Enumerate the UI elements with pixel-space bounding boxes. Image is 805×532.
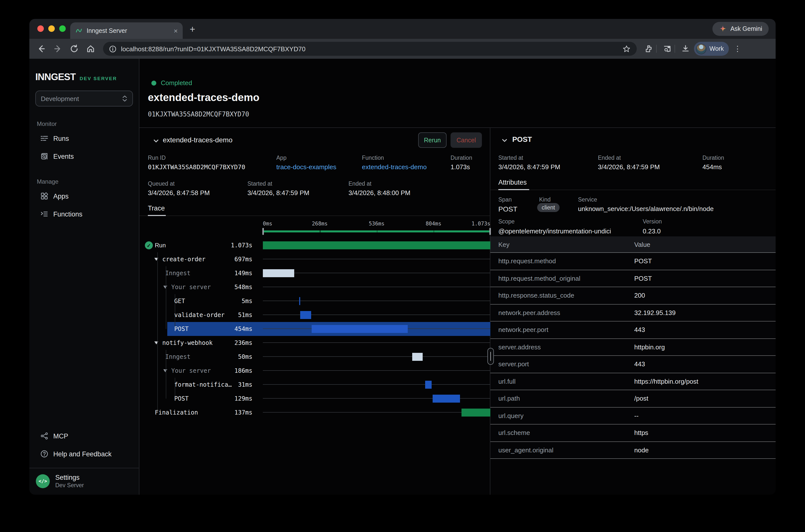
attribute-row[interactable]: http.request.methodPOST [490, 253, 775, 270]
span-bar[interactable] [263, 269, 295, 277]
trace-row[interactable]: Your server548ms [139, 280, 490, 294]
traffic-lights[interactable] [37, 25, 66, 32]
trace-row[interactable]: Your server186ms [139, 364, 490, 378]
attributes-table-header: Key Value [490, 236, 775, 253]
attribute-row[interactable]: network.peer.address32.192.95.139 [490, 304, 775, 322]
function-link[interactable]: extended-traces-demo [362, 163, 427, 171]
back-icon[interactable] [37, 44, 46, 53]
sidebar-item-help[interactable]: Help and Feedback [30, 445, 139, 463]
zoom-window-button[interactable] [59, 25, 66, 32]
sidebar-item-apps[interactable]: Apps [30, 187, 139, 205]
trace-row[interactable]: ✓Run1.073s [139, 239, 490, 252]
trace-row[interactable]: GET5ms [139, 294, 490, 308]
service-value: unknown_service:/Users/alawrence/.n/bin/… [578, 205, 714, 212]
collapse-caret-icon[interactable] [163, 369, 167, 372]
span-bar[interactable] [299, 297, 300, 305]
collapse-caret-icon[interactable] [163, 286, 167, 289]
span-bar[interactable] [432, 395, 460, 403]
extensions-icon[interactable] [644, 44, 653, 53]
attribute-key: url.full [490, 378, 634, 385]
bookmark-star-icon[interactable] [622, 44, 631, 53]
sidebar-item-mcp[interactable]: MCP [30, 427, 139, 445]
span-label: GET [174, 298, 185, 305]
sidebar-item-label: Events [53, 153, 74, 160]
trace-row[interactable]: POST129ms [139, 392, 490, 405]
app-link[interactable]: trace-docs-examples [276, 163, 336, 171]
run-id: 01KJXTWA35SA8D2MCQF7BXYD70 [148, 111, 249, 118]
home-icon[interactable] [86, 44, 95, 53]
span-bar[interactable] [412, 353, 423, 361]
attribute-row[interactable]: http.response.status_code200 [490, 287, 775, 304]
span-bar[interactable] [312, 325, 408, 333]
span-duration: 51ms [204, 311, 252, 319]
tab-close-icon[interactable]: × [174, 27, 178, 34]
new-tab-button[interactable]: + [190, 24, 195, 35]
rerun-button[interactable]: Rerun [418, 132, 447, 148]
panel-resize-handle[interactable] [487, 348, 494, 365]
timeline-minimap[interactable] [263, 230, 490, 232]
trace-row[interactable]: notify-webhook236ms [139, 336, 490, 350]
span-panel: POST Started at 3/4/2026, 8:47:59 PM End… [490, 128, 775, 495]
attribute-row[interactable]: url.schemehttps [490, 424, 775, 442]
collapse-chevron-icon[interactable] [501, 137, 508, 144]
browser-window: Inngest Server × + Ask Gemini [30, 19, 775, 495]
attribute-row[interactable]: network.peer.port443 [490, 322, 775, 339]
tab-attributes[interactable]: Attributes [498, 179, 527, 186]
span-bar[interactable] [425, 381, 432, 389]
download-icon[interactable] [681, 44, 690, 53]
sidebar: INNGEST DEV SERVER Development Monitor R… [30, 59, 139, 495]
sidebar-item-runs[interactable]: Runs [30, 129, 139, 147]
cancel-button[interactable]: Cancel [451, 132, 482, 148]
trace-row[interactable]: Inngest149ms [139, 266, 490, 280]
attribute-row[interactable]: http.request.method_originalPOST [490, 270, 775, 287]
collapse-chevron-icon[interactable] [153, 138, 159, 144]
attribute-row[interactable]: server.port443 [490, 356, 775, 373]
screenshot-stage: Inngest Server × + Ask Gemini [0, 0, 805, 532]
minimize-window-button[interactable] [48, 25, 55, 32]
meta-started: Started at 3/4/2026, 8:47:59 PM [247, 180, 310, 196]
url-bar[interactable]: localhost:8288/run?runID=01KJXTWA35SA8D2… [103, 42, 637, 56]
trace-row[interactable]: format-notifica…31ms [139, 378, 490, 392]
environment-select[interactable]: Development [35, 91, 133, 107]
attribute-row[interactable]: user_agent.originalnode [490, 442, 775, 459]
span-duration: 236ms [204, 339, 252, 346]
attribute-row[interactable]: server.addresshttpbin.org [490, 339, 775, 356]
meta-ended: Ended at 3/4/2026, 8:48:00 PM [349, 180, 410, 196]
help-icon [40, 450, 48, 458]
trace-row[interactable]: validate-order51ms [139, 308, 490, 322]
mcp-share-icon [40, 432, 48, 440]
attribute-key: network.peer.address [490, 309, 634, 317]
site-info-icon[interactable] [109, 45, 116, 53]
tab-trace[interactable]: Trace [148, 205, 165, 212]
span-bar[interactable] [461, 408, 490, 417]
span-bar[interactable] [263, 241, 490, 249]
reload-icon[interactable] [70, 44, 79, 53]
minimap-handle-left[interactable] [262, 228, 264, 235]
sidebar-item-settings[interactable]: </> Settings Dev Server [30, 468, 139, 495]
browser-menu-icon[interactable]: ⋮ [734, 44, 741, 53]
trace-panel-title[interactable]: extended-traces-demo [163, 136, 232, 144]
span-title: POST [512, 135, 532, 143]
sidebar-item-events[interactable]: Events [30, 147, 139, 165]
trace-row[interactable]: POST454ms [139, 322, 490, 336]
attribute-row[interactable]: url.fullhttps://httpbin.org/post [490, 373, 775, 390]
profile-chip[interactable]: Work [694, 42, 729, 56]
attribute-row[interactable]: url.query-- [490, 407, 775, 424]
sidebar-item-functions[interactable]: Functions [30, 205, 139, 223]
span-duration: 697ms [204, 256, 252, 263]
span-bar[interactable] [300, 311, 311, 319]
select-chevrons-icon [122, 95, 128, 102]
url-text: localhost:8288/run?runID=01KJXTWA35SA8D2… [121, 45, 618, 53]
ask-gemini-button[interactable]: Ask Gemini [712, 22, 769, 36]
apps-icon [40, 192, 48, 200]
trace-row[interactable]: Inngest50ms [139, 350, 490, 364]
status-dot-icon [151, 80, 156, 86]
attribute-row[interactable]: url.path/post [490, 390, 775, 407]
search-tabs-icon[interactable] [662, 44, 672, 53]
close-window-button[interactable] [37, 25, 44, 32]
trace-row[interactable]: Finalization137ms [139, 405, 490, 420]
forward-icon[interactable] [53, 44, 62, 53]
trace-row[interactable]: create-order697ms [139, 252, 490, 266]
browser-tab[interactable]: Inngest Server × [70, 22, 183, 39]
span-duration: 454ms [204, 325, 252, 332]
